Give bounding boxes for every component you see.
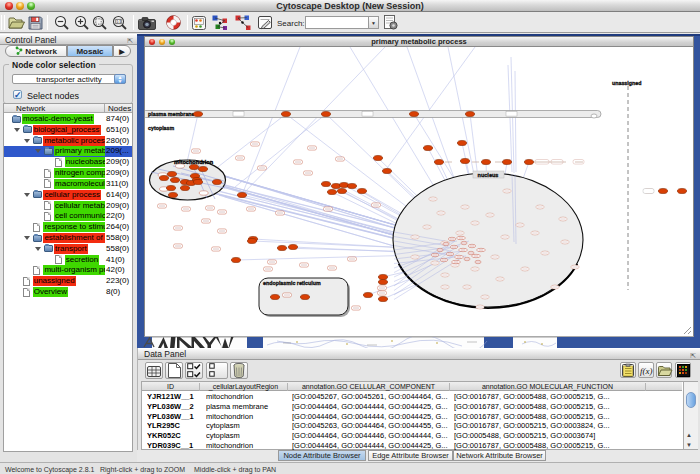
svg-text:cytoplasm: cytoplasm	[148, 125, 174, 131]
svg-text:nucleus: nucleus	[478, 172, 499, 178]
svg-text:endoplasmic reticulum: endoplasmic reticulum	[263, 280, 321, 286]
svg-text:unassigned: unassigned	[612, 80, 641, 86]
svg-text:f(x): f(x)	[640, 366, 653, 376]
svg-text:plasma membrane: plasma membrane	[148, 111, 195, 117]
svg-text:1:1: 1:1	[116, 20, 121, 24]
